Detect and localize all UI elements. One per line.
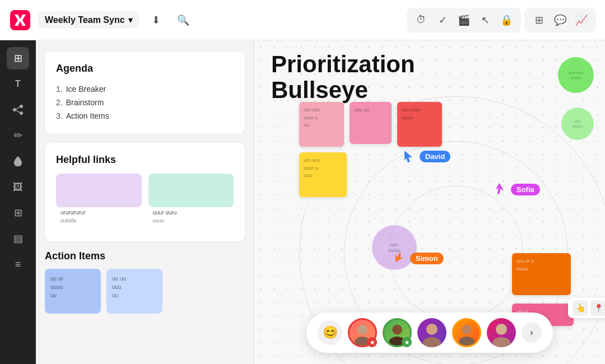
toolbar-hand-icon[interactable]: 👆: [573, 300, 588, 316]
topbar-right: ⏱ ✓ 🎬 ↖ 🔒 ⊞ 💬 📈: [407, 8, 596, 32]
left-panel: Agenda 1. Ice Breaker 2. Brainstorm 3. A…: [36, 40, 254, 364]
topbar: Weekly Team Sync ▾ ⬇ 🔍 ⏱ ✓ 🎬 ↖ 🔒 ⊞ 💬 📈: [0, 0, 605, 40]
right-note-green-2: uruuuuu: [561, 108, 594, 140]
video-icon[interactable]: 🎬: [454, 10, 474, 30]
agenda-item-2: 2. Brainstorm: [56, 96, 234, 109]
sticky-2[interactable]: uuu uu: [350, 102, 392, 144]
link-card-1[interactable]: ururururur subtitle: [56, 174, 142, 223]
workspace-title-area[interactable]: Weekly Team Sync ▾: [38, 11, 139, 29]
avatar-sofia[interactable]: ★: [348, 318, 377, 347]
link-card-purple[interactable]: [56, 174, 142, 207]
sidebar: ⊞ T ✏ 🖼 ⊞ ▤ ≡: [0, 40, 36, 364]
helpful-links-card: Helpful links ururururur subtitle uuur u…: [45, 143, 245, 241]
avatar-taylor[interactable]: [487, 318, 516, 347]
avatar-sofia-badge: ★: [367, 337, 377, 347]
sidebar-item-connect[interactable]: [7, 99, 29, 121]
icon-group-2: ⊞ 💬 📈: [524, 8, 596, 32]
avatar-marcus[interactable]: [417, 318, 446, 347]
link-card-2-label: uuur uuru: [148, 207, 234, 218]
simon-cursor: Simon: [394, 252, 444, 264]
svg-point-12: [462, 325, 472, 335]
sidebar-item-table[interactable]: ▤: [7, 227, 29, 250]
link-card-green[interactable]: [148, 174, 234, 207]
sidebar-item-text[interactable]: T: [7, 73, 29, 95]
action-items-section: Action Items uu uruuuuuu uu uuuuuuu: [45, 250, 245, 314]
bullseye-line1: Prioritization: [271, 51, 415, 77]
svg-point-11: [423, 337, 441, 347]
timer-icon[interactable]: ⏱: [411, 10, 431, 30]
avatar-alex-badge: ★: [402, 337, 412, 347]
canvas[interactable]: Prioritization Bullseye uru uruuuur uuu …: [254, 40, 605, 364]
svg-point-6: [357, 325, 367, 335]
avatar-jordan[interactable]: [452, 318, 481, 347]
search-button[interactable]: 🔍: [173, 10, 193, 30]
checklist-icon[interactable]: ✓: [432, 10, 453, 30]
svg-point-14: [496, 324, 507, 335]
svg-line-4: [16, 107, 20, 109]
agenda-list: 1. Ice Breaker 2. Brainstorm 3. Action I…: [56, 82, 234, 123]
icon-group-1: ⏱ ✓ 🎬 ↖ 🔒: [407, 8, 521, 32]
mini-toolbar: 👆 📍: [568, 298, 605, 318]
sidebar-item-frames[interactable]: ⊞: [7, 47, 29, 69]
svg-point-13: [459, 337, 474, 347]
action-items-title: Action Items: [45, 250, 245, 262]
svg-point-2: [20, 105, 23, 108]
content: Agenda 1. Ice Breaker 2. Brainstorm 3. A…: [36, 40, 605, 364]
sofia-label: Sofia: [511, 184, 540, 195]
svg-point-10: [426, 324, 438, 335]
agenda-item-3: 3. Action Items: [56, 109, 234, 123]
sidebar-item-template[interactable]: [7, 150, 29, 172]
right-note-green-1: uru uruuuuu: [558, 57, 594, 93]
grid-icon[interactable]: ⊞: [529, 10, 549, 30]
toolbar-pin-icon[interactable]: 📍: [590, 300, 605, 316]
sidebar-item-apps[interactable]: ⊞: [7, 202, 29, 224]
svg-point-3: [20, 111, 23, 115]
david-cursor: David: [403, 150, 450, 163]
agenda-card: Agenda 1. Ice Breaker 2. Brainstorm 3. A…: [45, 52, 245, 134]
svg-point-1: [13, 108, 16, 111]
lock-icon[interactable]: 🔒: [496, 10, 516, 30]
sidebar-item-image[interactable]: 🖼: [7, 176, 29, 198]
bullseye-title: Prioritization Bullseye: [271, 52, 415, 103]
agenda-item-2-label: Brainstorm: [66, 98, 104, 107]
david-label: David: [420, 151, 450, 162]
logo: [9, 9, 31, 31]
svg-point-15: [492, 337, 510, 347]
links-row: ururururur subtitle uuur uuru uuuu: [56, 174, 234, 223]
download-button[interactable]: ⬇: [146, 10, 166, 30]
sticky-3[interactable]: uru uruuuuuu: [397, 102, 442, 147]
chevron-down-icon: ▾: [128, 15, 133, 25]
sidebar-item-more[interactable]: ≡: [7, 253, 29, 276]
svg-line-5: [16, 110, 20, 113]
agenda-title: Agenda: [56, 63, 234, 74]
agenda-item-3-label: Action Items: [66, 111, 109, 120]
avatar-alex[interactable]: ★: [383, 318, 412, 347]
bullseye-line2: Bullseye: [271, 77, 368, 103]
next-avatar-button[interactable]: ›: [522, 323, 542, 343]
main-layout: ⊞ T ✏ 🖼 ⊞ ▤ ≡ Agenda 1. Ice Breaker: [0, 40, 605, 364]
sticky-1[interactable]: uru uruuuur uuu: [299, 102, 344, 147]
sticky-4[interactable]: uru uruuuur uuuu: [299, 152, 347, 197]
emoji-button[interactable]: 😊: [318, 320, 342, 345]
chat-icon[interactable]: 💬: [550, 10, 570, 30]
cursor-icon[interactable]: ↖: [475, 10, 495, 30]
action-notes-row: uu uruuuuuu uu uuuuuuu: [45, 269, 245, 314]
helpful-links-title: Helpful links: [56, 154, 234, 166]
workspace-title: Weekly Team Sync: [45, 15, 125, 25]
action-note-2: uu uuuuuuu: [106, 269, 162, 314]
action-note-1: uu uruuuuuu: [45, 269, 101, 314]
sofia-cursor: Sofia: [495, 183, 540, 195]
sidebar-item-pen[interactable]: ✏: [7, 124, 29, 147]
svg-point-8: [392, 325, 402, 335]
simon-label: Simon: [410, 253, 444, 264]
link-card-2[interactable]: uuur uuru uuuu: [148, 174, 234, 223]
link-card-2-sublabel: uuuu: [148, 218, 234, 223]
agenda-item-1: 1. Ice Breaker: [56, 82, 234, 96]
link-card-1-label: ururururur: [56, 207, 142, 218]
agenda-item-1-label: Ice Breaker: [66, 85, 106, 94]
chart-icon[interactable]: 📈: [571, 10, 592, 30]
link-card-1-sublabel: subtitle: [56, 218, 142, 223]
sticky-orange[interactable]: uru ur uuuuu: [512, 253, 571, 295]
avatars-bar: 😊 ★ ★: [306, 312, 553, 353]
